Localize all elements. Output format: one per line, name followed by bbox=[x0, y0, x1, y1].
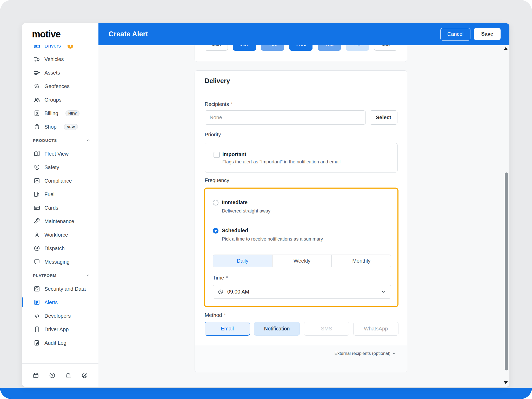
sidebar-section-platform[interactable]: PLATFORM bbox=[22, 269, 98, 282]
sidebar-item-label: Messaging bbox=[44, 259, 70, 265]
sidebar-item-messaging[interactable]: Messaging bbox=[22, 255, 98, 269]
scrollbar-thumb[interactable] bbox=[505, 172, 508, 370]
frequency-tabs: DailyWeeklyMonthly bbox=[213, 255, 391, 267]
delivery-card-footer: External recipients (optional) bbox=[195, 345, 407, 372]
sidebar-item-workforce[interactable]: Workforce bbox=[22, 228, 98, 242]
scrollbar-up-arrow[interactable] bbox=[504, 47, 508, 50]
sidebar-item-assets[interactable]: Assets bbox=[22, 66, 98, 79]
scheduled-radio[interactable] bbox=[213, 228, 218, 234]
sidebar-item-cards[interactable]: Cards bbox=[22, 201, 98, 215]
geofence-icon bbox=[34, 83, 40, 90]
bag-icon bbox=[34, 123, 40, 130]
sidebar-item-label: Driver App bbox=[44, 327, 69, 332]
sidebar-item-label: Dispatch bbox=[44, 245, 65, 251]
method-button-whatsapp[interactable]: WhatsApp bbox=[353, 322, 398, 336]
chevron-up-icon bbox=[86, 138, 91, 143]
whats-new-icon[interactable] bbox=[32, 372, 39, 379]
people-icon bbox=[34, 96, 40, 103]
sidebar-item-shop[interactable]: Shop NEW bbox=[22, 120, 98, 134]
page-title: Create Alert bbox=[109, 30, 148, 38]
scheduled-radio-label: Scheduled bbox=[222, 228, 248, 234]
method-options: EmailNotificationSMSWhatsApp bbox=[205, 322, 398, 336]
sidebar-item-label: Compliance bbox=[44, 178, 72, 184]
sidebar-item-label: Cards bbox=[44, 205, 58, 211]
priority-label: Priority bbox=[205, 132, 221, 138]
sidebar-item-groups[interactable]: Groups bbox=[22, 93, 98, 107]
account-icon[interactable] bbox=[81, 372, 88, 379]
sidebar: Drivers 1 Vehicles Assets Geofences Grou… bbox=[22, 23, 99, 387]
sidebar-item-vehicles[interactable]: Vehicles bbox=[22, 52, 98, 66]
important-checkbox[interactable] bbox=[214, 152, 220, 158]
sidebar-item-maintenance[interactable]: Maintenance bbox=[22, 215, 98, 228]
scheduled-radio-desc: Pick a time to receive notifications as … bbox=[222, 236, 323, 242]
method-button-notification[interactable]: Notification bbox=[254, 322, 300, 336]
method-button-sms[interactable]: SMS bbox=[304, 322, 349, 336]
help-icon[interactable] bbox=[49, 372, 56, 379]
delivery-card: Delivery Recipients* None Select Priorit… bbox=[195, 70, 407, 372]
chevron-up-icon bbox=[86, 273, 91, 278]
important-checkbox-desc: Flags the alert as "Important" in the no… bbox=[222, 159, 341, 165]
recipients-select-button[interactable]: Select bbox=[370, 110, 397, 125]
sidebar-item-label: Geofences bbox=[44, 83, 70, 89]
topbar: Create Alert Cancel Save bbox=[98, 23, 509, 45]
sidebar-footer bbox=[22, 363, 98, 387]
frequency-tab-monthly[interactable]: Monthly bbox=[331, 255, 391, 267]
sidebar-item-billing[interactable]: Billing NEW bbox=[22, 107, 98, 120]
app-window: SunMonTueWedThuFriSat Delivery Recipient… bbox=[22, 23, 509, 387]
recipients-label: Recipients* bbox=[205, 101, 233, 107]
sidebar-item-driver-app[interactable]: Driver App bbox=[22, 323, 98, 336]
required-mark: * bbox=[224, 312, 226, 318]
recipients-input[interactable]: None bbox=[205, 110, 366, 125]
sidebar-item-audit-log[interactable]: Audit Log bbox=[22, 336, 98, 350]
sidebar-item-label: Groups bbox=[44, 97, 62, 103]
shield-icon bbox=[34, 164, 40, 171]
sidebar-item-developers[interactable]: Developers bbox=[22, 309, 98, 323]
frequency-tab-daily[interactable]: Daily bbox=[213, 255, 272, 267]
scrollbar-down-arrow[interactable] bbox=[504, 381, 508, 384]
map-icon bbox=[34, 150, 40, 157]
chevron-down-icon bbox=[392, 351, 396, 356]
frequency-label: Frequency bbox=[205, 177, 229, 183]
sidebar-section-products[interactable]: PRODUCTS bbox=[22, 134, 98, 147]
sidebar-item-alerts[interactable]: Alerts bbox=[22, 296, 98, 309]
sidebar-item-geofences[interactable]: Geofences bbox=[22, 79, 98, 93]
bottom-blue-strip bbox=[0, 388, 532, 399]
trailer-icon bbox=[34, 69, 40, 76]
important-checkbox-label: Important bbox=[222, 151, 246, 157]
sidebar-item-compliance[interactable]: Compliance bbox=[22, 174, 98, 188]
cancel-button[interactable]: Cancel bbox=[440, 28, 470, 41]
save-button[interactable]: Save bbox=[474, 28, 501, 40]
bell-icon[interactable] bbox=[65, 372, 72, 379]
frequency-tab-weekly[interactable]: Weekly bbox=[272, 255, 332, 267]
chevron-down-icon bbox=[381, 289, 386, 295]
delivery-card-title: Delivery bbox=[205, 77, 230, 85]
method-button-email[interactable]: Email bbox=[205, 322, 250, 336]
time-value: 09:00 AM bbox=[227, 289, 249, 295]
clock-icon bbox=[218, 289, 224, 295]
immediate-radio[interactable] bbox=[213, 200, 218, 205]
sidebar-item-label: Audit Log bbox=[44, 340, 66, 346]
time-select[interactable]: 09:00 AM bbox=[213, 285, 391, 299]
new-badge: NEW bbox=[64, 124, 78, 130]
sidebar-item-label: Maintenance bbox=[44, 218, 74, 224]
compliance-icon bbox=[34, 177, 40, 184]
page-background: SunMonTueWedThuFriSat Delivery Recipient… bbox=[0, 0, 532, 399]
sidebar-item-label: Vehicles bbox=[44, 56, 64, 62]
motive-logo: motive bbox=[32, 29, 61, 40]
truck-icon bbox=[34, 56, 40, 63]
phone-icon bbox=[34, 326, 40, 333]
method-label: Method* bbox=[205, 312, 226, 318]
billing-icon bbox=[34, 110, 40, 117]
sidebar-item-fuel[interactable]: Fuel bbox=[22, 188, 98, 201]
sidebar-item-fleet-view[interactable]: Fleet View bbox=[22, 147, 98, 161]
topbar-actions: Cancel Save bbox=[440, 28, 501, 41]
frequency-highlight-box: Immediate Delivered straight away Schedu… bbox=[204, 188, 398, 307]
external-recipients-link[interactable]: External recipients (optional) bbox=[335, 351, 396, 356]
required-mark: * bbox=[226, 275, 228, 281]
sidebar-item-security-and-data[interactable]: Security and Data bbox=[22, 282, 98, 296]
sidebar-item-label: Developers bbox=[44, 313, 71, 319]
sidebar-item-dispatch[interactable]: Dispatch bbox=[22, 242, 98, 255]
sidebar-nav: Drivers 1 Vehicles Assets Geofences Grou… bbox=[22, 39, 98, 350]
sidebar-item-label: Shop bbox=[44, 124, 57, 130]
sidebar-item-safety[interactable]: Safety bbox=[22, 161, 98, 174]
